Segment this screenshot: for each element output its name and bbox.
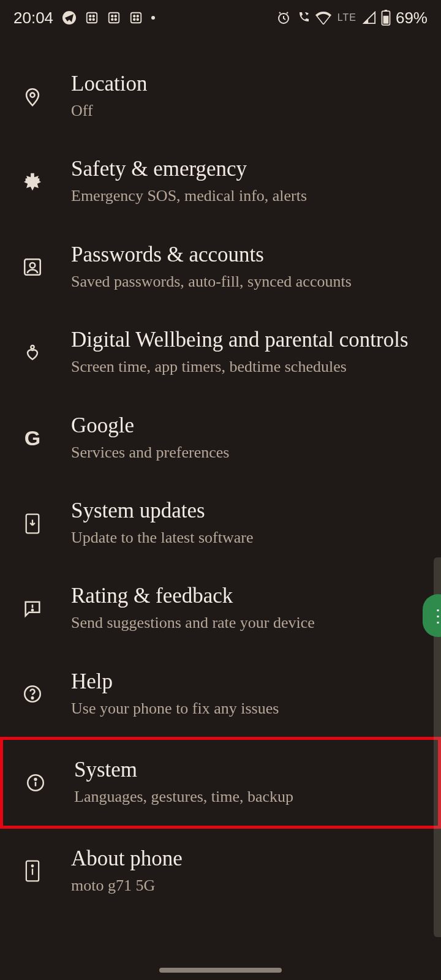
svg-point-31 — [35, 778, 37, 780]
telegram-icon — [62, 10, 77, 25]
svg-point-2 — [89, 15, 91, 17]
app-grid-icon — [85, 11, 99, 24]
google-g-icon: G — [18, 426, 47, 450]
svg-rect-19 — [385, 10, 387, 12]
help-circle-icon — [18, 684, 47, 704]
location-pin-icon — [18, 86, 47, 107]
settings-item-updates[interactable]: System updates Update to the latest soft… — [0, 481, 441, 566]
item-title: Help — [71, 669, 429, 695]
item-subtitle: Emergency SOS, medical info, alerts — [71, 185, 429, 207]
item-title: Passwords & accounts — [71, 242, 429, 268]
svg-point-7 — [111, 15, 113, 17]
item-subtitle: Update to the latest software — [71, 527, 429, 549]
app-grid-icon — [107, 11, 121, 24]
svg-rect-11 — [131, 13, 141, 23]
wifi-icon — [315, 11, 331, 24]
item-title: System updates — [71, 498, 429, 524]
svg-rect-6 — [109, 13, 119, 23]
status-right: LTE 69% — [276, 9, 428, 28]
settings-item-wellbeing[interactable]: Digital Wellbeing and parental controls … — [0, 310, 441, 395]
status-bar: 20:04 LTE 69% — [0, 0, 441, 36]
feedback-icon — [18, 598, 47, 619]
item-subtitle: Screen time, app timers, bedtime schedul… — [71, 356, 429, 378]
settings-list: Location Off Safety & emergency Emergenc… — [0, 36, 441, 914]
info-circle-icon — [21, 772, 50, 793]
svg-point-34 — [32, 865, 34, 867]
settings-item-about[interactable]: About phone moto g71 5G — [0, 829, 441, 914]
item-subtitle: Use your phone to fix any issues — [71, 698, 429, 720]
item-title: Location — [71, 71, 429, 97]
signal-icon — [363, 11, 376, 24]
status-left: 20:04 — [13, 9, 155, 28]
settings-item-help[interactable]: Help Use your phone to fix any issues — [0, 652, 441, 737]
settings-item-location[interactable]: Location Off — [0, 54, 441, 139]
item-subtitle: Send suggestions and rate your device — [71, 612, 429, 634]
more-notifications-dot — [151, 16, 155, 20]
item-subtitle: Languages, gestures, time, backup — [74, 786, 426, 808]
side-assist-handle[interactable]: ⋮ — [423, 594, 441, 637]
gesture-nav-handle[interactable] — [159, 968, 282, 973]
item-subtitle: Services and preferences — [71, 442, 429, 464]
network-type: LTE — [337, 12, 356, 23]
svg-point-3 — [93, 15, 95, 17]
settings-item-passwords[interactable]: Passwords & accounts Saved passwords, au… — [0, 225, 441, 310]
svg-point-8 — [115, 15, 117, 17]
svg-point-10 — [115, 18, 117, 20]
settings-item-feedback[interactable]: Rating & feedback Send suggestions and r… — [0, 566, 441, 651]
phone-info-icon — [18, 859, 47, 883]
svg-point-9 — [111, 18, 113, 20]
svg-point-28 — [32, 698, 34, 699]
item-subtitle: Saved passwords, auto-fill, synced accou… — [71, 271, 429, 293]
item-title: About phone — [71, 846, 429, 872]
svg-point-5 — [93, 18, 95, 20]
settings-item-system[interactable]: System Languages, gestures, time, backup — [0, 737, 441, 828]
medical-cross-icon — [18, 172, 47, 192]
svg-point-14 — [134, 18, 135, 20]
svg-rect-18 — [383, 16, 389, 24]
settings-item-safety[interactable]: Safety & emergency Emergency SOS, medica… — [0, 139, 441, 224]
svg-point-20 — [30, 92, 34, 97]
svg-point-26 — [32, 609, 33, 611]
svg-point-12 — [134, 15, 135, 17]
status-clock: 20:04 — [13, 9, 53, 28]
item-title: Safety & emergency — [71, 156, 429, 182]
item-title: Digital Wellbeing and parental controls — [71, 327, 429, 353]
svg-point-15 — [137, 18, 139, 20]
app-grid-icon — [129, 11, 143, 24]
svg-point-13 — [137, 15, 139, 17]
item-title: System — [74, 757, 426, 783]
alarm-icon — [276, 10, 291, 25]
battery-icon — [381, 10, 391, 26]
svg-point-23 — [31, 345, 34, 349]
system-update-icon — [18, 513, 47, 535]
item-subtitle: moto g71 5G — [71, 875, 429, 897]
battery-percent: 69% — [396, 9, 428, 28]
item-subtitle: Off — [71, 100, 429, 122]
wellbeing-heart-icon — [18, 343, 47, 363]
svg-point-22 — [30, 263, 36, 268]
item-title: Google — [71, 413, 429, 439]
wifi-calling-icon — [296, 10, 311, 25]
item-title: Rating & feedback — [71, 583, 429, 609]
svg-rect-1 — [87, 13, 97, 23]
settings-item-google[interactable]: G Google Services and preferences — [0, 396, 441, 481]
account-box-icon — [18, 257, 47, 277]
svg-point-4 — [89, 18, 91, 20]
